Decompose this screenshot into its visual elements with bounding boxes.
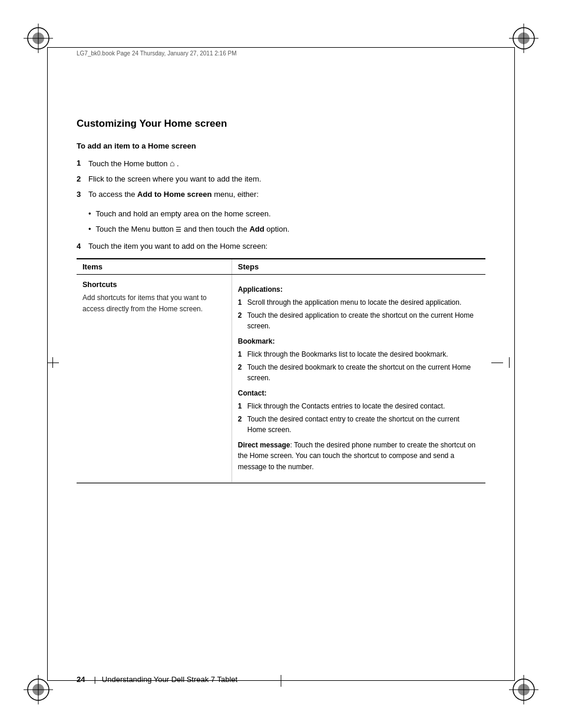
direct-message-title: Direct message [238, 441, 290, 449]
corner-decoration-br [509, 675, 538, 704]
step-4: 4 Touch the item you want to add on the … [77, 241, 485, 252]
main-content: Customizing Your Home screen To add an i… [77, 71, 485, 663]
bullet-2-text: Touch the Menu button ☰ and then touch t… [96, 223, 290, 235]
footer-text: Understanding Your Dell Streak 7 Tablet [102, 675, 237, 684]
step-3-num: 3 [77, 189, 88, 200]
bookmark-title: Bookmark: [238, 336, 480, 347]
bookmark-step-2: 2 Touch the desired bookmark to create t… [238, 362, 480, 383]
footer-separator: | [94, 675, 95, 684]
contact-step-1-num: 1 [238, 401, 246, 411]
table-row-shortcuts: Shortcuts Add shortcuts for items that y… [77, 275, 485, 483]
app-step-1-text: Scroll through the application menu to l… [246, 297, 480, 308]
bookmark-section: Bookmark: 1 Flick through the Bookmarks … [238, 336, 480, 383]
table-header-row: Items Steps [77, 259, 485, 275]
home-icon: ⌂ [170, 159, 174, 168]
table-cell-steps: Applications: 1 Scroll through the appli… [232, 275, 485, 482]
applications-title: Applications: [238, 284, 480, 295]
bookmark-step-1-text: Flick through the Bookmarks list to loca… [246, 349, 480, 360]
bullet-1: Touch and hold an empty area on the home… [88, 208, 485, 220]
left-cross-v [52, 357, 53, 368]
page-title: Customizing Your Home screen [77, 118, 485, 130]
app-step-2: 2 Touch the desired application to creat… [238, 310, 480, 331]
contact-step-1-text: Flick through the Contacts entries to lo… [246, 401, 480, 411]
app-step-1: 1 Scroll through the application menu to… [238, 297, 480, 308]
page: LG7_bk0.book Page 24 Thursday, January 2… [0, 0, 562, 728]
contact-section: Contact: 1 Flick through the Contacts en… [238, 388, 480, 435]
border-right [514, 47, 515, 681]
menu-icon: ☰ [176, 226, 181, 233]
shortcuts-desc: Add shortcuts for items that you want to… [82, 294, 207, 313]
contact-step-1: 1 Flick through the Contacts entries to … [238, 401, 480, 411]
bookmark-step-2-num: 2 [238, 362, 246, 383]
numbered-steps-list: 1 Touch the Home button ⌂ . 2 Flick to t… [77, 157, 485, 200]
contact-step-2-num: 2 [238, 414, 246, 435]
corner-decoration-bl [24, 675, 53, 704]
contact-title: Contact: [238, 388, 480, 398]
section-heading: To add an item to a Home screen [77, 141, 485, 150]
step-2-text: Flick to the screen where you want to ad… [88, 173, 485, 185]
border-top [47, 47, 515, 48]
right-cross-h [491, 363, 503, 363]
table-header-items: Items [77, 259, 232, 274]
bookmark-step-2-text: Touch the desired bookmark to create the… [246, 362, 480, 383]
contact-step-2-text: Touch the desired contact entry to creat… [246, 414, 480, 435]
bookmark-step-1: 1 Flick through the Bookmarks list to lo… [238, 349, 480, 360]
step-3: 3 To access the Add to Home screen menu,… [77, 189, 485, 200]
right-cross-v [509, 357, 510, 368]
page-number: 24 [77, 675, 85, 684]
shortcuts-table: Items Steps Shortcuts Add shortcuts for … [77, 258, 485, 483]
corner-decoration-tr [509, 24, 538, 53]
step-1-text: Touch the Home button ⌂ . [88, 157, 485, 170]
bullet-1-text: Touch and hold an empty area on the home… [96, 208, 271, 220]
step-4-text: Touch the item you want to add on the Ho… [88, 241, 485, 252]
border-left [47, 47, 48, 681]
bullet-list: Touch and hold an empty area on the home… [88, 208, 485, 235]
bullet-2: Touch the Menu button ☰ and then touch t… [88, 223, 485, 235]
step-1: 1 Touch the Home button ⌂ . [77, 157, 485, 170]
direct-message-section: Direct message: Touch the desired phone … [238, 440, 480, 473]
step-2: 2 Flick to the screen where you want to … [77, 173, 485, 185]
table-cell-items: Shortcuts Add shortcuts for items that y… [77, 275, 232, 482]
direct-message-text: Direct message: Touch the desired phone … [238, 441, 475, 472]
left-cross-h [47, 363, 59, 363]
bookmark-step-1-num: 1 [238, 349, 246, 360]
step-1-num: 1 [77, 157, 88, 170]
contact-step-2: 2 Touch the desired contact entry to cre… [238, 414, 480, 435]
header-text: LG7_bk0.book Page 24 Thursday, January 2… [77, 50, 236, 57]
app-step-1-num: 1 [238, 297, 246, 308]
shortcuts-title: Shortcuts [82, 279, 226, 291]
add-to-home-bold: Add to Home screen [137, 190, 211, 199]
footer: 24 | Understanding Your Dell Streak 7 Ta… [77, 675, 485, 684]
step-4-list: 4 Touch the item you want to add on the … [77, 241, 485, 252]
step-4-num: 4 [77, 241, 88, 252]
applications-section: Applications: 1 Scroll through the appli… [238, 284, 480, 331]
step-3-text: To access the Add to Home screen menu, e… [88, 189, 485, 200]
table-header-steps: Steps [232, 259, 485, 274]
app-step-2-num: 2 [238, 310, 246, 331]
step-2-num: 2 [77, 173, 88, 185]
app-step-2-text: Touch the desired application to create … [246, 310, 480, 331]
corner-decoration-tl [24, 24, 53, 53]
add-bold: Add [249, 225, 264, 233]
